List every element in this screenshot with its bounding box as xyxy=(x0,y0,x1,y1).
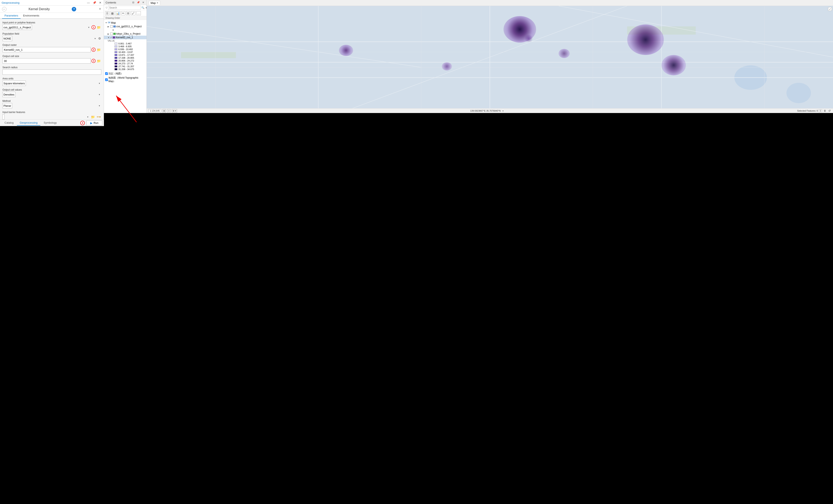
legend-row-1: 3.468 - 6.935 xyxy=(104,45,146,48)
output-cell-values-select-wrap: Densities xyxy=(2,92,101,97)
chizu-checkbox[interactable] xyxy=(105,72,108,75)
area-units-row: Square kilometers xyxy=(2,81,101,86)
legend-label-4: 13.871 - 17.337 xyxy=(118,54,134,56)
geopro-titlebar-icons: — 📌 ✕ xyxy=(87,1,102,4)
legend-swatch-8 xyxy=(115,66,117,68)
map-scale-selector[interactable]: 1:134,645 xyxy=(148,109,161,112)
input-barrier-select[interactable] xyxy=(2,114,4,120)
input-barrier-folder-btn[interactable]: 📁 xyxy=(91,115,95,119)
tab-geoprocessing[interactable]: Geoprocessing xyxy=(17,120,40,126)
input-features-select[interactable]: cvs_jgd2011_s_Project xyxy=(2,25,32,30)
output-raster-folder-btn[interactable]: 📁 xyxy=(96,48,101,52)
output-cell-values-group: Output cell values Densities xyxy=(2,89,101,97)
geopro-titlebar: Geoprocessing — 📌 ✕ xyxy=(0,0,104,5)
contents-filter-icon: ▽ xyxy=(105,6,108,9)
svg-rect-3 xyxy=(181,52,209,58)
close-icon[interactable]: ✕ xyxy=(98,1,102,4)
legend-row-8: 27.741 - 31.207 xyxy=(104,65,146,68)
map-tab-close-btn[interactable]: ✕ xyxy=(157,2,158,4)
circle-1: 1 xyxy=(92,25,96,29)
contents-search-input[interactable] xyxy=(108,6,141,10)
map-canvas[interactable]: ⤢ xyxy=(147,6,209,108)
contents-pin-btn[interactable]: 📌 xyxy=(136,1,140,4)
panel-subtitle: Kernel Density xyxy=(28,7,50,11)
map-tools-btn[interactable]: ⊕ ▾ xyxy=(172,109,177,112)
more-btn[interactable]: … xyxy=(136,11,141,15)
pencil-btn[interactable]: ✏ xyxy=(121,11,125,15)
tab-environments[interactable]: Environments xyxy=(21,13,42,19)
run-play-icon: ▶ xyxy=(90,121,93,125)
tab-catalog[interactable]: Catalog xyxy=(2,120,17,126)
tree-item-cvs[interactable]: ▶ cvs_jgd2011_s_Project xyxy=(104,25,146,28)
input-features-folder-btn[interactable]: 📁 xyxy=(96,25,101,29)
tree-item-chizu[interactable]: 注記（地図） xyxy=(104,72,146,76)
input-barrier-label: Input barrier features xyxy=(2,111,101,114)
grid-btn[interactable]: ⊞ xyxy=(126,11,130,15)
topographic-checkbox[interactable] xyxy=(105,78,108,81)
contents-search-bar: ▽ 🔍 ▾ xyxy=(104,5,146,10)
area-units-group: Area units Square kilometers xyxy=(2,77,101,86)
cvs-checkbox[interactable] xyxy=(110,25,113,28)
tree-kernel-label: KernelID_cvs_1 xyxy=(116,36,133,39)
input-barrier-edit-btn[interactable]: ✏▾ xyxy=(96,115,101,119)
output-raster-group: Output raster 2 📁 xyxy=(2,44,101,52)
contents-panel: Contents ⊟ 📌 ✕ ▽ 🔍 ▾ ☰ ▦ 📊 ✏ ⊞ 🖊 … Drawi… xyxy=(104,0,147,113)
tab-parameters[interactable]: Parameters xyxy=(2,13,21,19)
circle-3: 3 xyxy=(92,59,96,63)
legend-label-8: 27.741 - 31.207 xyxy=(118,65,134,68)
tree-item-tokyo[interactable]: ▶ tokyo_23ku_s_Project xyxy=(104,32,146,35)
input-barrier-row: 📁 ✏▾ xyxy=(2,114,101,120)
add-icon[interactable]: + xyxy=(98,7,102,11)
input-features-label: Input point or polyline features xyxy=(2,21,101,24)
population-gear-btn[interactable]: ⚙ xyxy=(98,37,101,40)
population-field-row: NONE ⚙ xyxy=(2,36,101,41)
table-view-btn[interactable]: ▦ xyxy=(110,11,115,15)
geopro-tabs: Parameters Environments xyxy=(0,13,104,19)
legend-swatch-1 xyxy=(115,45,117,47)
map-roads-svg xyxy=(147,6,209,108)
minimize-icon[interactable]: — xyxy=(87,1,91,4)
chart-view-btn[interactable]: 📊 xyxy=(115,11,120,15)
map-nav-btn[interactable]: ⊹ xyxy=(167,109,170,112)
legend-label-2: 6.936 - 10.402 xyxy=(118,48,133,51)
area-units-select[interactable]: Square kilometers xyxy=(2,81,26,86)
tree-map-label: Map xyxy=(111,21,116,24)
output-raster-input[interactable] xyxy=(2,47,91,52)
tokyo-checkbox[interactable] xyxy=(110,32,113,35)
search-radius-input[interactable] xyxy=(2,70,101,75)
run-button[interactable]: ▶ Run xyxy=(87,120,102,126)
map-zoom-btn[interactable]: ⊞ xyxy=(162,109,166,112)
map-tab-label: Map xyxy=(150,1,156,4)
output-cell-values-select[interactable]: Densities xyxy=(2,92,16,97)
contents-collapse-btn[interactable]: ⊟ xyxy=(132,1,135,4)
back-button[interactable]: ← xyxy=(2,7,6,11)
pin-icon[interactable]: 📌 xyxy=(92,1,97,4)
tree-item-kernel[interactable]: ▼ ✓ KernelID_cvs_1 xyxy=(104,35,146,39)
legend-swatch-6 xyxy=(115,60,117,62)
output-raster-row: 2 📁 xyxy=(2,47,101,52)
tokyo-expand-icon: ▶ xyxy=(108,33,110,35)
contents-close-btn[interactable]: ✕ xyxy=(142,1,145,4)
method-select[interactable]: Planar xyxy=(2,103,12,108)
tree-item-map[interactable]: ▼ 🗺 Map xyxy=(104,21,146,25)
highlight-btn[interactable]: 🖊 xyxy=(131,11,136,15)
contents-search-btn[interactable]: 🔍 xyxy=(141,6,145,9)
help-button[interactable]: ? xyxy=(72,7,76,11)
input-barrier-select-wrap xyxy=(2,114,90,120)
output-cell-size-input[interactable] xyxy=(2,58,91,64)
kernel-value-section: VALUE xyxy=(104,39,146,42)
legend-row-4: 13.871 - 17.337 xyxy=(104,54,146,56)
cvs-dot: • xyxy=(104,28,146,32)
legend-row-6: 20.806 - 24.272 xyxy=(104,59,146,62)
kernel-raster-icon xyxy=(113,36,115,39)
list-view-btn[interactable]: ☰ xyxy=(105,11,110,15)
contents-toolbar: ☰ ▦ 📊 ✏ ⊞ 🖊 … xyxy=(104,10,146,16)
legend-label-1: 3.468 - 6.935 xyxy=(118,45,132,48)
chizu-label: 注記（地図） xyxy=(109,72,123,75)
output-cell-size-folder-btn[interactable]: 📁 xyxy=(96,59,101,63)
population-field-select[interactable]: NONE xyxy=(2,36,12,41)
tab-symbology[interactable]: Symbology xyxy=(41,120,60,126)
legend-label-6: 20.806 - 24.272 xyxy=(118,59,134,62)
map-tab-active[interactable]: Map ✕ xyxy=(149,1,160,5)
tree-item-topographic[interactable]: 地形図（World Topographic Map） xyxy=(104,76,146,83)
